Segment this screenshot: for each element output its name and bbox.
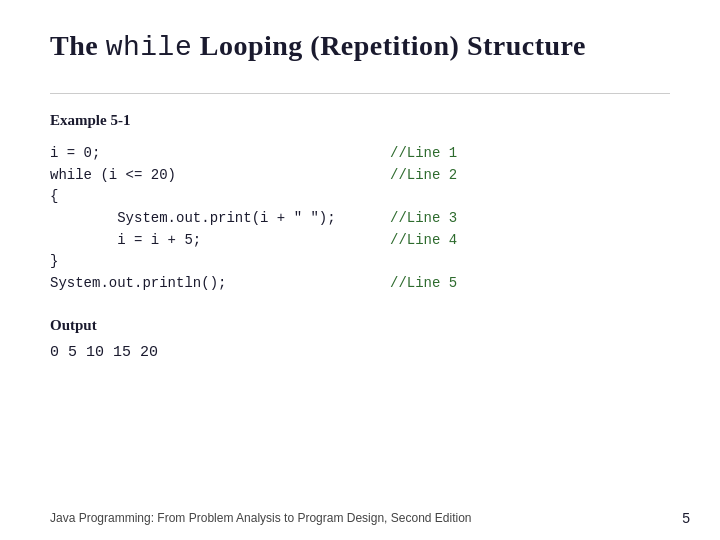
code-line-7: System.out.println(); xyxy=(50,273,390,295)
footer: Java Programming: From Problem Analysis … xyxy=(50,510,690,526)
slide: The while Looping (Repetition) Structure… xyxy=(0,0,720,540)
comment-blank-1 xyxy=(390,186,670,208)
comment-1: //Line 1 xyxy=(390,143,670,165)
code-right: //Line 1 //Line 2 //Line 3 //Line 4 //Li… xyxy=(390,143,670,295)
title-suffix: Looping (Repetition) Structure xyxy=(192,30,586,61)
code-line-2: while (i <= 20) xyxy=(50,165,390,187)
footer-page: 5 xyxy=(682,510,690,526)
comment-blank-2 xyxy=(390,251,670,273)
code-left: i = 0; while (i <= 20) { System.out.prin… xyxy=(50,143,390,295)
page-title: The while Looping (Repetition) Structure xyxy=(50,30,670,63)
comment-4: //Line 4 xyxy=(390,230,670,252)
footer-text: Java Programming: From Problem Analysis … xyxy=(50,511,472,525)
code-line-5: i = i + 5; xyxy=(50,230,390,252)
code-line-3: { xyxy=(50,186,390,208)
comment-3: //Line 3 xyxy=(390,208,670,230)
example-label: Example 5-1 xyxy=(50,112,670,129)
comment-2: //Line 2 xyxy=(390,165,670,187)
title-divider xyxy=(50,93,670,94)
code-line-4: System.out.print(i + " "); xyxy=(50,208,390,230)
comment-5: //Line 5 xyxy=(390,273,670,295)
output-value: 0 5 10 15 20 xyxy=(50,344,670,361)
title-prefix: The xyxy=(50,30,106,61)
code-line-6: } xyxy=(50,251,390,273)
title-code: while xyxy=(106,32,193,63)
output-label: Output xyxy=(50,317,670,334)
code-line-1: i = 0; xyxy=(50,143,390,165)
code-block: i = 0; while (i <= 20) { System.out.prin… xyxy=(50,143,670,295)
